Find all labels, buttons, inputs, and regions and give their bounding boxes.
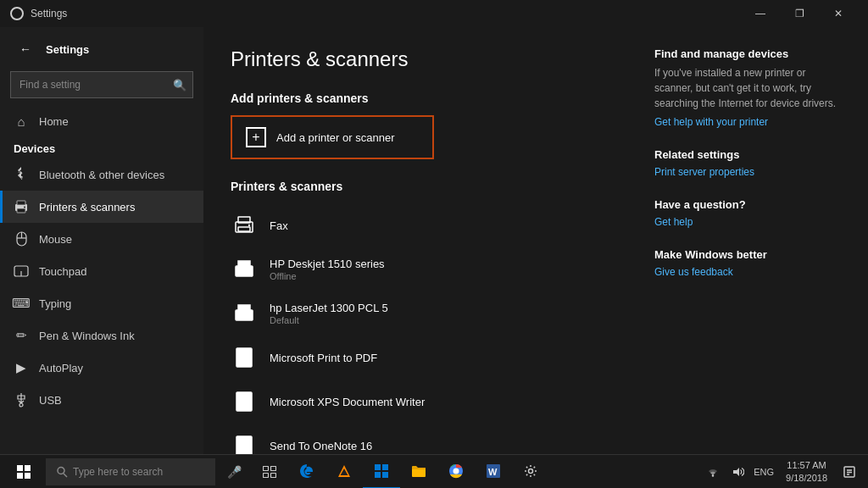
- svg-rect-48: [382, 472, 388, 478]
- svg-rect-40: [271, 466, 276, 470]
- print-server-properties-link[interactable]: Print server properties: [654, 166, 841, 178]
- printer-item-fax[interactable]: Fax: [231, 203, 627, 247]
- taskbar-word-button[interactable]: W: [475, 455, 512, 489]
- sidebar: ← Settings 🔍 ⌂ Home Devices Bluetooth & …: [0, 27, 203, 454]
- bluetooth-icon: [14, 167, 29, 182]
- svg-point-20: [248, 313, 250, 314]
- printer-item-ms-pdf[interactable]: Microsoft Print to PDF: [231, 336, 627, 380]
- sidebar-item-home[interactable]: ⌂ Home: [0, 105, 203, 137]
- printer-fax-info: Fax: [270, 219, 288, 232]
- clock[interactable]: 11:57 AM 9/18/2018: [779, 455, 834, 489]
- svg-rect-46: [382, 464, 388, 470]
- language-label: ENG: [754, 467, 774, 477]
- sidebar-item-typing[interactable]: ⌨ Typing: [0, 287, 203, 319]
- cortana-mic-button[interactable]: 🎤: [217, 455, 251, 489]
- svg-rect-15: [238, 271, 250, 275]
- restore-button[interactable]: ❐: [780, 0, 819, 27]
- svg-point-55: [712, 474, 714, 476]
- printer-deskjet-name: HP Deskjet 1510 series: [270, 258, 385, 270]
- sidebar-item-printers-label: Printers & scanners: [39, 201, 135, 214]
- minimize-button[interactable]: —: [741, 0, 780, 27]
- printer-laserjet-name: hp LaserJet 1300 PCL 5: [270, 302, 388, 314]
- title-bar-text: Settings: [31, 8, 741, 19]
- get-help-link[interactable]: Get help: [654, 216, 841, 228]
- sidebar-item-bluetooth-label: Bluetooth & other devices: [39, 169, 164, 181]
- svg-rect-18: [238, 305, 250, 311]
- start-button[interactable]: [3, 455, 44, 489]
- taskbar-chrome-button[interactable]: [437, 455, 475, 489]
- sidebar-item-pen[interactable]: ✏ Pen & Windows Ink: [0, 319, 203, 352]
- search-input[interactable]: [10, 71, 193, 98]
- sidebar-item-usb[interactable]: USB: [0, 384, 203, 416]
- svg-point-54: [529, 469, 533, 473]
- printer-onenote-icon: [231, 432, 258, 454]
- typing-icon: ⌨: [14, 296, 29, 311]
- task-view-button[interactable]: [253, 455, 287, 489]
- printer-laserjet-icon: [231, 300, 258, 327]
- volume-icon[interactable]: [726, 455, 750, 489]
- sidebar-item-touchpad[interactable]: Touchpad: [0, 255, 203, 287]
- sidebar-item-printers[interactable]: Printers & scanners: [0, 191, 203, 223]
- svg-point-12: [248, 225, 250, 226]
- taskbar-apps: W: [288, 455, 549, 489]
- taskbar-edge-button[interactable]: [288, 455, 326, 489]
- page-title: Printers & scanners: [231, 47, 627, 71]
- sidebar-item-autoplay[interactable]: ▶ AutoPlay: [0, 352, 203, 384]
- printer-ms-pdf-info: Microsoft Print to PDF: [270, 352, 377, 364]
- title-bar-controls: — ❐ ✕: [741, 0, 858, 27]
- svg-rect-25: [236, 392, 252, 411]
- svg-rect-33: [17, 465, 23, 471]
- sidebar-item-mouse[interactable]: Mouse: [0, 223, 203, 255]
- taskbar-search[interactable]: Type here to search: [46, 458, 215, 485]
- add-printer-button[interactable]: + Add a printer or scanner: [231, 115, 434, 159]
- taskbar-settings-button[interactable]: [363, 455, 400, 489]
- svg-point-51: [453, 468, 459, 474]
- sidebar-item-typing-label: Typing: [39, 297, 71, 310]
- give-feedback-link[interactable]: Give us feedback: [654, 266, 841, 278]
- svg-rect-1: [17, 201, 25, 205]
- windows-better-title: Make Windows better: [654, 248, 841, 261]
- printer-item-onenote[interactable]: Send To OneNote 16: [231, 424, 627, 454]
- home-icon: ⌂: [14, 114, 29, 129]
- content-main: Printers & scanners Add printers & scann…: [231, 47, 627, 434]
- windows-better-section: Make Windows better Give us feedback: [654, 248, 841, 278]
- svg-rect-14: [238, 261, 250, 267]
- action-center-button[interactable]: [837, 455, 861, 489]
- find-devices-description: If you've installed a new printer or sca…: [654, 65, 841, 111]
- printer-item-hp-deskjet[interactable]: HP Deskjet 1510 series Offline: [231, 247, 627, 291]
- sidebar-item-touchpad-label: Touchpad: [39, 265, 86, 278]
- system-tray: ENG 11:57 AM 9/18/2018: [701, 455, 865, 489]
- clock-time: 11:57 AM: [787, 459, 826, 471]
- printer-item-ms-xps[interactable]: Microsoft XPS Document Writer: [231, 380, 627, 424]
- sidebar-header: ← Settings: [0, 27, 203, 68]
- taskbar-explorer-button[interactable]: [400, 455, 437, 489]
- find-devices-title: Find and manage devices: [654, 47, 841, 60]
- get-help-printer-link[interactable]: Get help with your printer: [654, 116, 841, 128]
- sidebar-item-bluetooth[interactable]: Bluetooth & other devices: [0, 158, 203, 191]
- back-button[interactable]: ←: [14, 37, 37, 61]
- question-section: Have a question? Get help: [654, 198, 841, 228]
- network-icon[interactable]: [701, 455, 725, 489]
- add-section-title: Add printers & scanners: [231, 92, 627, 105]
- autoplay-icon: ▶: [14, 360, 29, 375]
- printer-ms-xps-info: Microsoft XPS Document Writer: [270, 396, 425, 408]
- printer-onenote-name: Send To OneNote 16: [270, 440, 372, 452]
- svg-rect-45: [375, 464, 381, 470]
- printer-onenote-info: Send To OneNote 16: [270, 440, 372, 452]
- language-icon[interactable]: ENG: [752, 455, 776, 489]
- content-area: Printers & scanners Add printers & scann…: [203, 27, 868, 454]
- taskbar-gear-button[interactable]: [512, 455, 549, 489]
- close-button[interactable]: ✕: [819, 0, 858, 27]
- printer-item-laserjet[interactable]: hp LaserJet 1300 PCL 5 Default: [231, 291, 627, 336]
- printers-icon: [14, 199, 29, 214]
- printer-ms-xps-name: Microsoft XPS Document Writer: [270, 396, 425, 408]
- search-icon[interactable]: 🔍: [170, 75, 190, 95]
- touchpad-icon: [14, 263, 29, 279]
- svg-rect-39: [264, 466, 269, 470]
- add-printer-label: Add a printer or scanner: [276, 131, 394, 144]
- svg-rect-2: [17, 208, 25, 213]
- printer-laserjet-status: Default: [270, 315, 388, 325]
- svg-rect-41: [264, 473, 269, 477]
- svg-point-37: [58, 467, 64, 474]
- taskbar-vlc-button[interactable]: [326, 455, 363, 489]
